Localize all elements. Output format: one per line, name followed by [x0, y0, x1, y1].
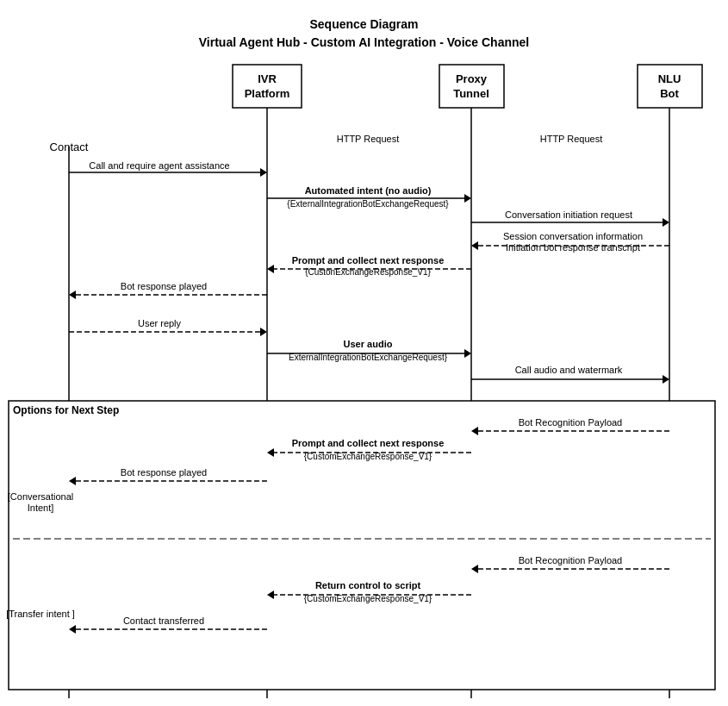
svg-rect-47: [9, 401, 715, 690]
svg-text:Bot: Bot: [660, 87, 679, 100]
svg-marker-38: [260, 328, 267, 336]
svg-text:{CustonExchangeResponse_V1}: {CustonExchangeResponse_V1}: [305, 267, 431, 277]
svg-rect-6: [638, 65, 702, 108]
svg-text:Bot Recognition Payload: Bot Recognition Payload: [519, 417, 622, 428]
svg-text:Bot Recognition Payload: Bot Recognition Payload: [519, 555, 622, 565]
svg-marker-24: [663, 218, 669, 227]
svg-marker-41: [464, 349, 471, 358]
svg-text:HTTP Request: HTTP Request: [337, 134, 400, 144]
sequence-diagram-svg: IVR Platform Proxy Tunnel NLU Bot HTTP R…: [0, 0, 728, 706]
svg-text:Prompt and collect next respon: Prompt and collect next response: [292, 255, 445, 266]
svg-text:Bot response played: Bot response played: [121, 467, 207, 478]
svg-text:Session conversation informati: Session conversation information: [503, 231, 643, 241]
svg-marker-71: [69, 625, 76, 634]
svg-marker-20: [464, 194, 471, 203]
svg-text:HTTP Request: HTTP Request: [540, 134, 603, 144]
svg-text:Contact transferred: Contact transferred: [123, 615, 204, 626]
svg-marker-50: [471, 427, 478, 435]
svg-text:{CustomExchangeResponse_V1}: {CustomExchangeResponse_V1}: [304, 452, 432, 461]
svg-text:[Conversational: [Conversational: [8, 491, 73, 502]
svg-text:NLU: NLU: [658, 72, 681, 85]
svg-text:IVR: IVR: [258, 72, 277, 85]
svg-text:Initiation bot response transc: Initiation bot response transcript: [506, 242, 640, 253]
svg-text:Bot response played: Bot response played: [121, 281, 207, 291]
svg-text:Automated intent (no audio): Automated intent (no audio): [305, 185, 432, 196]
svg-rect-0: [233, 65, 302, 108]
title-line1: Sequence Diagram: [0, 16, 728, 34]
svg-text:Options for Next Step: Options for Next Step: [13, 404, 119, 416]
svg-marker-35: [69, 291, 76, 299]
svg-text:Contact: Contact: [50, 141, 89, 153]
svg-text:User audio: User audio: [344, 339, 393, 349]
svg-marker-27: [471, 241, 478, 250]
svg-text:{CustomExchangeResponse_V1}: {CustomExchangeResponse_V1}: [304, 594, 432, 603]
svg-text:Platform: Platform: [245, 87, 290, 100]
svg-text:Prompt and collect next respon: Prompt and collect next response: [292, 438, 445, 448]
svg-marker-66: [267, 590, 274, 599]
svg-text:ExternalIntegrationBotExchange: ExternalIntegrationBotExchangeRequest}: [289, 353, 448, 362]
svg-text:Intent]: Intent]: [28, 503, 54, 513]
title-line2: Virtual Agent Hub - Custom AI Integratio…: [0, 34, 728, 52]
svg-text:Call and require agent assista: Call and require agent assistance: [89, 160, 229, 171]
svg-marker-57: [69, 477, 76, 485]
svg-text:{ExternalIntegrationBotExchang: {ExternalIntegrationBotExchangeRequest}: [287, 199, 449, 209]
svg-text:Proxy: Proxy: [456, 72, 488, 85]
svg-marker-53: [267, 448, 274, 457]
svg-text:Tunnel: Tunnel: [453, 87, 489, 100]
svg-text:Conversation initiation reques: Conversation initiation request: [505, 209, 632, 220]
svg-marker-31: [267, 265, 274, 273]
svg-rect-3: [439, 65, 504, 108]
svg-text:Call audio and watermark: Call audio and watermark: [515, 365, 623, 375]
diagram-container: Sequence Diagram Virtual Agent Hub - Cus…: [0, 0, 728, 706]
svg-text:Return control to script: Return control to script: [315, 580, 421, 590]
svg-marker-63: [471, 565, 478, 573]
svg-marker-45: [663, 375, 669, 384]
svg-text:User reply: User reply: [138, 318, 182, 328]
diagram-title: Sequence Diagram Virtual Agent Hub - Cus…: [0, 0, 728, 60]
svg-marker-17: [260, 168, 267, 177]
svg-text:[Transfer intent ]: [Transfer intent ]: [6, 609, 75, 619]
